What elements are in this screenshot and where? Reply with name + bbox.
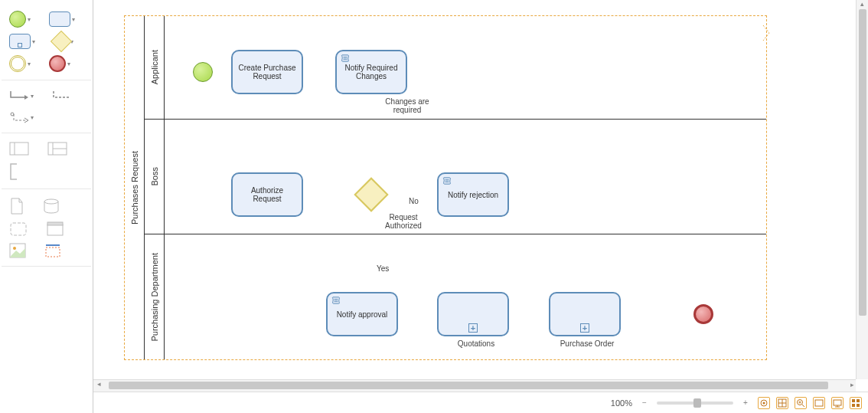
palette-intermediate-event[interactable]: ▾: [9, 55, 31, 72]
chevron-down-icon: ▾: [28, 61, 31, 67]
svg-point-0: [11, 113, 14, 116]
svg-rect-7: [11, 223, 26, 235]
palette-task[interactable]: ▾: [49, 11, 75, 27]
start-event[interactable]: [193, 62, 213, 82]
palette-subprocess[interactable]: ▾: [9, 34, 35, 49]
svg-rect-12: [46, 247, 60, 257]
outline-button[interactable]: [850, 397, 862, 409]
script-icon: [442, 177, 452, 185]
zoom-reset-button[interactable]: [758, 397, 770, 409]
script-icon: [341, 54, 350, 62]
chevron-down-icon: ▾: [67, 61, 70, 67]
task-notify-required-changes[interactable]: Notify Required Changes: [335, 50, 407, 94]
palette-annotation[interactable]: [9, 162, 26, 181]
shape-palette: ▾ ▾ ▾ ▾: [0, 0, 93, 413]
palette-image[interactable]: [9, 243, 26, 258]
subprocess-label: Purchase Order: [554, 339, 620, 348]
palette-association[interactable]: [52, 88, 72, 103]
task-label: Create Purchase Request: [236, 64, 299, 80]
subprocess-purchase-order[interactable]: +: [549, 292, 621, 336]
svg-line-38: [802, 405, 804, 407]
lane-title: Applicant: [145, 16, 165, 119]
palette-lane[interactable]: [9, 141, 29, 156]
task-authorize-request[interactable]: Authorize Request: [231, 172, 303, 217]
svg-rect-42: [834, 400, 841, 405]
svg-point-6: [44, 199, 58, 204]
task-label: Notify Required Changes: [340, 64, 403, 80]
zoom-tool-button[interactable]: [795, 397, 807, 409]
palette-data-object[interactable]: [9, 197, 24, 215]
scrollbar-thumb[interactable]: [859, 9, 866, 316]
lane-title: Boss: [145, 120, 165, 234]
palette-gateway[interactable]: ▾: [54, 34, 73, 49]
svg-rect-1: [10, 143, 28, 155]
fit-width-button[interactable]: [813, 397, 825, 409]
palette-start-event[interactable]: ▾: [9, 11, 31, 28]
lane-title: Purchasing Department: [145, 234, 165, 359]
edge-label: No: [409, 197, 419, 205]
edge-label: Request Authorized: [377, 213, 430, 230]
end-event[interactable]: [693, 304, 713, 324]
svg-rect-48: [857, 404, 860, 407]
chevron-down-icon: ▾: [28, 16, 31, 23]
diagram-canvas[interactable]: Purchases Request Applicant Boss Purchas…: [93, 0, 868, 379]
task-notify-rejection[interactable]: Notify rejection: [437, 172, 509, 217]
chevron-down-icon: ▾: [72, 16, 75, 23]
chevron-down-icon: ▾: [32, 38, 35, 45]
palette-sequence-flow[interactable]: ▾: [9, 88, 34, 103]
zoom-in-button[interactable]: +: [739, 397, 752, 409]
svg-rect-45: [852, 399, 855, 402]
scroll-left-icon[interactable]: ◂: [93, 380, 104, 388]
svg-rect-8: [47, 225, 63, 235]
chevron-down-icon: ▾: [31, 114, 34, 121]
script-icon: [331, 297, 341, 304]
zoom-out-button[interactable]: −: [638, 397, 651, 409]
app-root: ▾ ▾ ▾ ▾: [0, 0, 868, 413]
expand-marker-icon: +: [580, 323, 589, 333]
horizontal-scrollbar[interactable]: ◂ ▸: [93, 379, 856, 392]
task-create-purchase-request[interactable]: Create Purchase Request: [231, 50, 303, 94]
task-notify-approval[interactable]: Notify approval: [326, 292, 398, 336]
svg-rect-9: [47, 222, 63, 225]
chevron-down-icon: ▾: [31, 93, 34, 100]
palette-end-event[interactable]: ▾: [49, 55, 70, 72]
svg-rect-46: [857, 399, 860, 402]
palette-text[interactable]: [44, 243, 61, 258]
zoom-slider-knob[interactable]: [693, 398, 701, 408]
subprocess-label: Quotations: [449, 339, 503, 348]
svg-point-11: [13, 247, 16, 250]
pool-title: Purchases Request: [125, 16, 145, 359]
task-label: Notify rejection: [448, 191, 498, 199]
canvas-wrap: Purchases Request Applicant Boss Purchas…: [93, 0, 868, 413]
zoom-slider[interactable]: [657, 402, 733, 405]
palette-group[interactable]: [9, 221, 28, 237]
palette-pool[interactable]: [47, 141, 67, 156]
svg-rect-47: [852, 404, 855, 407]
vertical-scrollbar[interactable]: ▴: [856, 0, 868, 379]
subprocess-quotations[interactable]: +: [437, 292, 509, 336]
task-label: Notify approval: [337, 310, 388, 319]
scrollbar-thumb[interactable]: [109, 382, 828, 389]
svg-point-33: [763, 402, 765, 404]
scroll-right-icon[interactable]: ▸: [850, 381, 854, 388]
task-label: Authorize Request: [236, 186, 299, 203]
edge-label: Yes: [377, 264, 389, 273]
edge-label: Changes are required: [377, 97, 438, 114]
expand-marker-icon: +: [468, 323, 478, 333]
svg-rect-41: [815, 400, 823, 406]
zoom-percentage: 100%: [611, 398, 632, 408]
palette-milestone[interactable]: [46, 221, 64, 237]
palette-message-flow[interactable]: ▾: [9, 110, 34, 125]
scroll-up-icon[interactable]: ▴: [857, 0, 868, 8]
statusbar: 100% − +: [93, 392, 868, 413]
fit-page-button[interactable]: [776, 397, 788, 409]
presentation-button[interactable]: [831, 397, 844, 409]
palette-data-store[interactable]: [43, 198, 60, 215]
